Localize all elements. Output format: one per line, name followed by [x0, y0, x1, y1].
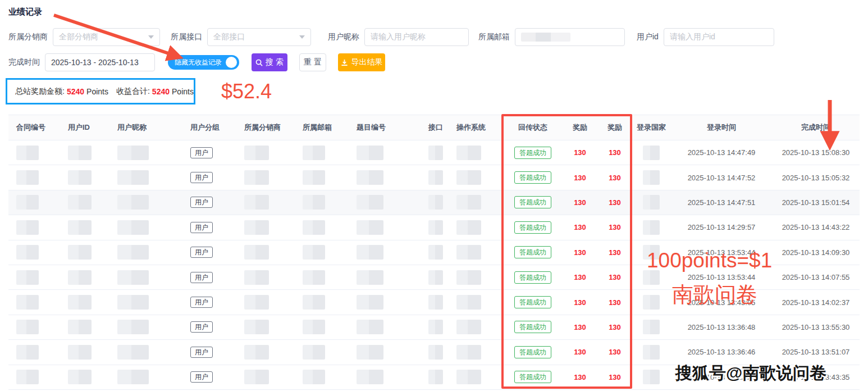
- redacted-value: [357, 345, 383, 360]
- reward-value: 130: [609, 323, 621, 331]
- date-range-input[interactable]: 2025-10-13 - 2025-10-13: [45, 53, 155, 71]
- redacted-value: [244, 146, 269, 160]
- column-header[interactable]: 奖励: [598, 115, 632, 140]
- column-header[interactable]: 所属邮箱: [295, 115, 349, 140]
- table-row[interactable]: 用户 答题成功 130 130 2025-10-13 13:36:48 2025…: [8, 315, 860, 340]
- nickname-input[interactable]: 请输入用户昵称: [364, 28, 469, 46]
- page-title: 业绩记录: [8, 7, 42, 17]
- cell-login-time: 2025-10-13 14:47:51: [671, 190, 772, 215]
- cell-finish-time: 2025-10-13 13:55:30: [772, 315, 860, 339]
- redacted-value: [244, 270, 269, 285]
- table-row[interactable]: 用户 答题成功 130 130 2025-10-13 14:29:57 2025…: [8, 215, 860, 240]
- email-input[interactable]: [515, 28, 625, 46]
- finish-time-value: 2025-10-13 15:08:30: [782, 148, 850, 157]
- cell-reward-2: 130: [598, 215, 632, 239]
- cell-interface: [421, 265, 449, 289]
- interface-label: 所属接口: [171, 32, 202, 42]
- column-header[interactable]: 用户分组: [182, 115, 236, 140]
- redacted-value: [303, 345, 325, 360]
- column-header[interactable]: 完成时间: [772, 115, 860, 140]
- redacted-value: [357, 270, 383, 285]
- login-time-value: 2025-10-13 13:22:23: [688, 373, 756, 381]
- column-header[interactable]: 用户ID: [60, 115, 109, 140]
- cell-contract-id: [8, 290, 60, 314]
- table-row[interactable]: 用户 答题成功 130 130 2025-10-13 13:36:46 2025…: [8, 340, 860, 365]
- user-id-input[interactable]: 请输入用户id: [664, 28, 774, 46]
- status-badge: 答题成功: [514, 171, 551, 184]
- cell-nickname: [109, 165, 182, 189]
- column-header[interactable]: 奖励: [562, 115, 598, 140]
- cell-email: [295, 165, 349, 189]
- cell-os: [449, 265, 504, 289]
- user-group-tag: 用户: [190, 172, 213, 183]
- income-total-label: 收益合计:: [116, 87, 150, 97]
- cell-user-group: 用户: [182, 265, 236, 289]
- table-row[interactable]: 用户 答题成功 130 130 2025-10-13 14:47:51 2025…: [8, 190, 860, 215]
- interface-select[interactable]: 全部接口: [207, 28, 311, 46]
- column-header[interactable]: 回传状态: [504, 115, 562, 140]
- cell-finish-time: 2025-10-13 14:02:37: [772, 290, 860, 314]
- redacted-value: [357, 146, 383, 160]
- cell-os: [449, 365, 504, 389]
- download-icon: [341, 59, 348, 66]
- redacted-value: [16, 345, 39, 360]
- cell-reward-1: 130: [562, 140, 598, 165]
- redacted-value: [16, 146, 39, 160]
- status-badge: 答题成功: [514, 321, 551, 333]
- redacted-value: [68, 220, 92, 235]
- user-group-tag: 用户: [190, 371, 213, 383]
- table-row[interactable]: 用户 答题成功 130 130 2025-10-13 14:47:49 2025…: [8, 140, 860, 165]
- column-header[interactable]: 接口: [421, 115, 449, 140]
- cell-callback-status: 答题成功: [504, 340, 562, 364]
- cell-question-id: [349, 140, 421, 165]
- status-badge: 答题成功: [514, 147, 551, 159]
- column-header[interactable]: 合同编号: [8, 115, 60, 140]
- cell-distributor: [236, 215, 295, 239]
- cell-reward-1: 130: [562, 165, 598, 189]
- hide-no-income-toggle[interactable]: 隐藏无收益记录: [168, 55, 239, 70]
- table-row[interactable]: 用户 答题成功 130 130 2025-10-13 13:53:44 2025…: [8, 240, 860, 265]
- redacted-value: [16, 320, 39, 334]
- cell-email: [295, 140, 349, 165]
- redacted-value: [303, 370, 325, 384]
- column-header[interactable]: 登录国家: [632, 115, 671, 140]
- chevron-down-icon: [148, 35, 154, 39]
- redacted-value: [643, 195, 660, 210]
- table-row[interactable]: 用户 答题成功 130 130 2025-10-13 14:47:52 2025…: [8, 165, 860, 190]
- column-header[interactable]: 所属分销商: [236, 115, 295, 140]
- cell-login-country: [632, 215, 671, 239]
- table-row[interactable]: 用户 答题成功 130 130 2025-10-13 13:53:44 2025…: [8, 265, 860, 290]
- cell-login-country: [632, 190, 671, 215]
- column-header[interactable]: 登录时间: [671, 115, 772, 140]
- cell-question-id: [349, 215, 421, 239]
- redacted-value: [117, 245, 149, 260]
- redacted-value: [117, 345, 149, 360]
- table-row[interactable]: 用户 答题成功 130 130 2025-10-13 13:43:05 2025…: [8, 290, 860, 315]
- reward-value: 130: [609, 174, 621, 182]
- cell-question-id: [349, 315, 421, 339]
- cell-contract-id: [8, 315, 60, 339]
- cell-login-country: [632, 315, 671, 339]
- search-button[interactable]: 搜 索: [252, 53, 287, 71]
- cell-reward-1: 130: [562, 315, 598, 339]
- cell-os: [449, 290, 504, 314]
- table-row[interactable]: 用户 答题成功 130 130 2025-10-13 13:22:23 2025…: [8, 365, 860, 390]
- column-header[interactable]: 题目编号: [349, 115, 421, 140]
- reset-button[interactable]: 重 置: [299, 53, 326, 71]
- export-button[interactable]: 导出结果: [338, 53, 385, 71]
- cell-reward-2: 130: [598, 190, 632, 215]
- distributor-select[interactable]: 全部分销商: [53, 28, 160, 46]
- cell-login-country: [632, 165, 671, 189]
- status-badge: 答题成功: [514, 296, 551, 308]
- cell-finish-time: 2025-10-13 14:43:22: [772, 215, 860, 239]
- column-header[interactable]: 操作系统: [449, 115, 504, 140]
- finish-time-value: 2025-10-13 13:51:07: [782, 348, 850, 356]
- cell-nickname: [109, 365, 182, 389]
- login-time-value: 2025-10-13 13:36:48: [688, 323, 756, 331]
- cell-reward-2: 130: [598, 165, 632, 189]
- cell-question-id: [349, 340, 421, 364]
- cell-reward-2: 130: [598, 340, 632, 364]
- cell-reward-1: 130: [562, 365, 598, 389]
- cell-contract-id: [8, 165, 60, 189]
- column-header[interactable]: 用户昵称: [109, 115, 182, 140]
